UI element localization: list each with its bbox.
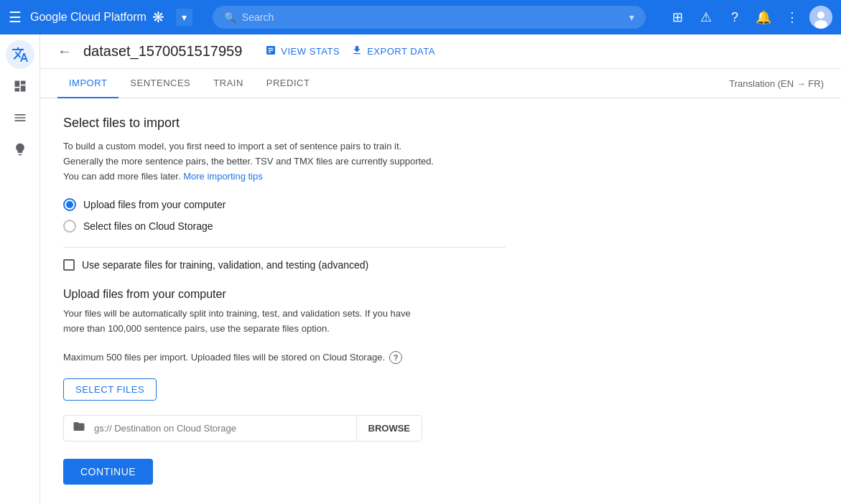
stats-icon — [265, 45, 277, 59]
upload-desc-line2: more than 100,000 sentence pairs, use th… — [63, 323, 330, 334]
tab-predict[interactable]: PREDICT — [255, 69, 322, 98]
apps-icon[interactable]: ⊞ — [666, 6, 689, 29]
top-navigation: ☰ Google Cloud Platform ❋ ▾ 🔍 ▾ ⊞ ⚠ ? 🔔 … — [0, 0, 841, 34]
desc-line3: You can add more files later. — [63, 171, 181, 182]
storage-note-text: Maximum 500 files per import. Uploaded f… — [63, 352, 385, 363]
page-title: dataset_1570051517959 — [83, 43, 242, 60]
import-description: To build a custom model, you first need … — [63, 139, 506, 184]
radio-cloud[interactable]: Select files on Cloud Storage — [63, 220, 506, 233]
tab-train[interactable]: TRAIN — [202, 69, 255, 98]
view-stats-label: VIEW STATS — [281, 46, 340, 57]
destination-input[interactable] — [94, 416, 356, 441]
sidebar-item-lightbulb[interactable] — [6, 135, 34, 164]
export-icon — [351, 45, 363, 59]
search-dropdown-icon: ▾ — [629, 11, 634, 23]
avatar[interactable] — [809, 6, 832, 29]
search-icon: 🔍 — [224, 11, 236, 23]
content-area: ← dataset_1570051517959 VIEW STATS EXPOR… — [40, 34, 841, 504]
more-importing-tips-link[interactable]: More importing tips — [183, 171, 263, 182]
checkbox-label: Use separate files for training, validat… — [82, 259, 368, 271]
divider — [63, 247, 506, 248]
tab-sentences[interactable]: SENTENCES — [119, 69, 202, 98]
checkbox-separate-files[interactable]: Use separate files for training, validat… — [63, 259, 506, 271]
logo-dots: ❋ — [152, 9, 164, 26]
svg-point-1 — [817, 11, 824, 19]
header-actions: VIEW STATS EXPORT DATA — [265, 45, 435, 59]
view-stats-button[interactable]: VIEW STATS — [265, 45, 340, 59]
sidebar-item-list[interactable] — [6, 103, 34, 132]
sidebar — [0, 34, 40, 504]
desc-line2: Generally the more sentence pairs, the b… — [63, 156, 434, 167]
notifications-icon[interactable]: 🔔 — [752, 6, 775, 29]
section-title: Select files to import — [63, 116, 506, 131]
checkbox-box — [63, 259, 75, 271]
storage-note: Maximum 500 files per import. Uploaded f… — [63, 351, 506, 364]
radio-cloud-circle — [63, 220, 76, 233]
help-icon[interactable]: ? — [723, 6, 746, 29]
help-circle-icon[interactable]: ? — [389, 351, 402, 364]
warning-icon[interactable]: ⚠ — [694, 6, 717, 29]
svg-point-2 — [814, 20, 827, 29]
app-title: Google Cloud Platform — [30, 11, 147, 24]
export-data-button[interactable]: EXPORT DATA — [351, 45, 435, 59]
project-selector[interactable]: ▾ — [176, 9, 192, 26]
tab-context: Translation (EN → FR) — [729, 69, 824, 98]
app-logo: Google Cloud Platform ❋ — [30, 9, 164, 26]
main-content: Select files to import To build a custom… — [40, 98, 529, 502]
radio-upload-circle — [63, 198, 76, 211]
top-nav-icons: ⊞ ⚠ ? 🔔 ⋮ — [666, 6, 832, 29]
tab-import[interactable]: IMPORT — [57, 69, 119, 98]
radio-cloud-label: Select files on Cloud Storage — [83, 220, 213, 232]
page-header: ← dataset_1570051517959 VIEW STATS EXPOR… — [40, 34, 841, 69]
app-layout: ← dataset_1570051517959 VIEW STATS EXPOR… — [0, 34, 841, 504]
select-files-button[interactable]: SELECT FILES — [63, 378, 157, 401]
desc-line1: To build a custom model, you first need … — [63, 141, 401, 151]
hamburger-menu[interactable]: ☰ — [9, 9, 22, 26]
upload-desc-line1: Your files will be automatically split i… — [63, 308, 411, 319]
destination-row: BROWSE — [63, 415, 422, 442]
upload-description: Your files will be automatically split i… — [63, 307, 506, 337]
more-options-icon[interactable]: ⋮ — [781, 6, 804, 29]
project-dropdown-arrow: ▾ — [182, 11, 187, 23]
browse-button[interactable]: BROWSE — [356, 416, 422, 441]
export-data-label: EXPORT DATA — [367, 46, 435, 57]
search-bar[interactable]: 🔍 ▾ — [213, 6, 646, 29]
radio-upload-label: Upload files from your computer — [83, 199, 226, 210]
search-input[interactable] — [242, 11, 629, 23]
radio-upload[interactable]: Upload files from your computer — [63, 198, 506, 211]
sidebar-item-dashboard[interactable] — [6, 72, 34, 101]
tabs-bar: IMPORT SENTENCES TRAIN PREDICT Translati… — [40, 69, 841, 98]
continue-button[interactable]: CONTINUE — [63, 459, 153, 485]
sidebar-item-translate[interactable] — [6, 40, 34, 69]
radio-group: Upload files from your computer Select f… — [63, 198, 506, 233]
folder-icon — [64, 420, 94, 437]
back-button[interactable]: ← — [57, 43, 72, 60]
upload-title: Upload files from your computer — [63, 288, 506, 301]
